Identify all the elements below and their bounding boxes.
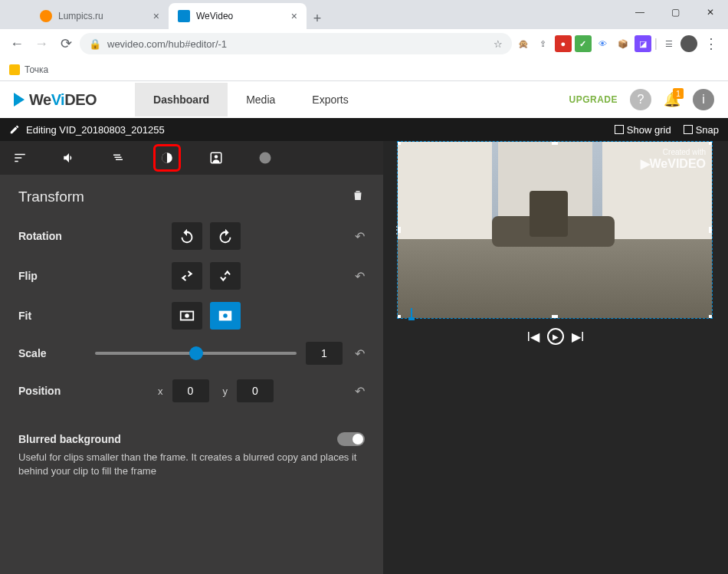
close-window-button[interactable]: ✕ — [693, 0, 728, 25]
maximize-button[interactable]: ▢ — [657, 0, 693, 25]
position-row: Position x y ↶ — [0, 371, 383, 411]
blur-toggle[interactable] — [337, 432, 365, 446]
scale-slider[interactable] — [95, 352, 297, 355]
slider-thumb[interactable] — [189, 346, 203, 360]
window-controls: — ▢ ✕ — [622, 0, 728, 25]
rotate-ccw-button[interactable] — [172, 222, 202, 250]
notifications-button[interactable]: 🔔 1 — [664, 91, 680, 108]
favicon-icon — [40, 10, 52, 22]
share-icon[interactable]: ⇪ — [535, 35, 552, 52]
header-right: UPGRADE ? 🔔 1 i — [569, 89, 714, 110]
help-icon[interactable]: ? — [630, 89, 651, 110]
back-button[interactable]: ← — [6, 33, 28, 54]
video-frame[interactable]: Created with ▶WeVIDEO — [397, 141, 713, 319]
tab-color[interactable] — [153, 144, 181, 172]
scale-input[interactable] — [306, 342, 343, 365]
resize-handle[interactable] — [709, 141, 713, 145]
resize-handle[interactable] — [397, 227, 401, 233]
browser-tab-wevideo[interactable]: WeVideo × — [169, 3, 307, 29]
nav-dashboard[interactable]: Dashboard — [135, 83, 228, 116]
next-frame-button[interactable]: ▶I — [572, 330, 584, 344]
new-tab-button[interactable]: + — [307, 8, 328, 29]
ext-check-icon[interactable]: ✓ — [575, 35, 592, 52]
delete-button[interactable] — [351, 189, 365, 205]
properties-panel: Transform Rotation ↶ Flip — [0, 141, 383, 574]
tab-bar: Lumpics.ru × WeVideo × + — ▢ ✕ — [0, 0, 728, 29]
minimize-button[interactable]: — — [622, 0, 657, 25]
snap-checkbox[interactable]: Snap — [684, 124, 719, 136]
resize-handle[interactable] — [709, 227, 713, 233]
sliders-icon — [13, 151, 27, 165]
reset-position[interactable]: ↶ — [355, 384, 365, 399]
pos-y-input[interactable] — [237, 379, 274, 402]
ext-purple-icon[interactable]: ◪ — [635, 35, 651, 52]
fit-contain-button[interactable] — [172, 302, 202, 330]
star-icon[interactable]: ☆ — [494, 38, 503, 50]
tool-tabs — [0, 141, 383, 175]
fit-row: Fit — [0, 296, 383, 336]
flip-h-icon — [179, 267, 195, 284]
play-button[interactable]: ▶ — [547, 328, 564, 345]
reading-list-icon[interactable]: ☰ — [661, 35, 677, 52]
browser-tab-lumpics[interactable]: Lumpics.ru × — [31, 3, 169, 29]
svg-point-3 — [260, 153, 271, 164]
editing-title: Editing VID_20180803_201255 — [26, 124, 165, 136]
nav-exports[interactable]: Exports — [293, 83, 366, 116]
resize-handle[interactable] — [397, 141, 401, 145]
adblock-icon[interactable]: ● — [555, 35, 572, 52]
tab-info[interactable] — [251, 144, 279, 172]
resize-handle[interactable] — [397, 315, 401, 319]
flip-vertical-button[interactable] — [210, 262, 241, 290]
editor-title-bar: Editing VID_20180803_201255 Show grid Sn… — [0, 118, 728, 141]
resize-handle[interactable] — [552, 141, 558, 145]
close-icon[interactable]: × — [153, 10, 159, 22]
reset-scale[interactable]: ↶ — [355, 346, 365, 361]
tab-transform[interactable] — [6, 144, 34, 172]
address-bar: ← → ⟳ 🔒 wevideo.com/hub#editor/-1 ☆ 🙊 ⇪ … — [0, 29, 728, 58]
panel-title: Transform — [18, 189, 84, 205]
resize-handle[interactable] — [552, 315, 558, 319]
checkbox-icon — [684, 125, 693, 134]
tab-layers[interactable] — [104, 144, 132, 172]
blur-block: Blurred background Useful for clips smal… — [0, 425, 383, 486]
rotation-row: Rotation ↶ — [0, 216, 383, 256]
resize-handle[interactable] — [709, 315, 713, 319]
reset-rotation[interactable]: ↶ — [355, 229, 365, 244]
rotation-label: Rotation — [18, 230, 126, 242]
tab-audio[interactable] — [55, 144, 83, 172]
forward-button[interactable]: → — [31, 33, 52, 54]
prev-frame-button[interactable]: I◀ — [527, 330, 539, 344]
flip-row: Flip ↶ — [0, 256, 383, 296]
reload-button[interactable]: ⟳ — [55, 33, 77, 54]
wevideo-logo[interactable]: WeViDEO — [14, 91, 97, 109]
scale-label: Scale — [18, 347, 86, 359]
notification-badge: 1 — [673, 88, 684, 99]
nav-media[interactable]: Media — [228, 83, 293, 116]
undo-icon — [179, 228, 195, 244]
playhead[interactable] — [411, 308, 412, 320]
rotate-cw-button[interactable] — [210, 222, 241, 250]
menu-button[interactable]: ⋮ — [700, 33, 722, 54]
show-grid-checkbox[interactable]: Show grid — [615, 124, 671, 136]
pos-x-input[interactable] — [172, 379, 209, 402]
tab-title: Lumpics.ru — [58, 11, 103, 21]
profile-avatar[interactable] — [680, 35, 697, 52]
preview-video[interactable]: ⋮ Created with ▶WeVIDEO — [397, 141, 713, 319]
info-icon — [258, 151, 272, 165]
bookmark-bar: Точка — [0, 58, 728, 81]
bookmark-item[interactable]: Точка — [9, 64, 48, 75]
tab-crop[interactable] — [202, 144, 230, 172]
ext-cube-icon[interactable]: 📦 — [615, 35, 631, 52]
url-field[interactable]: 🔒 wevideo.com/hub#editor/-1 ☆ — [80, 33, 512, 54]
reset-flip[interactable]: ↶ — [355, 269, 365, 284]
user-box-icon — [209, 151, 223, 165]
fit-label: Fit — [18, 310, 126, 322]
ext-eye-icon[interactable]: 👁 — [595, 35, 612, 52]
flip-horizontal-button[interactable] — [172, 262, 202, 290]
translate-icon[interactable]: 🙊 — [515, 35, 532, 52]
user-avatar[interactable]: i — [693, 89, 714, 110]
tab-title: WeVideo — [196, 11, 233, 21]
upgrade-link[interactable]: UPGRADE — [569, 94, 618, 105]
close-icon[interactable]: × — [291, 10, 297, 22]
fit-cover-button[interactable] — [210, 302, 241, 330]
